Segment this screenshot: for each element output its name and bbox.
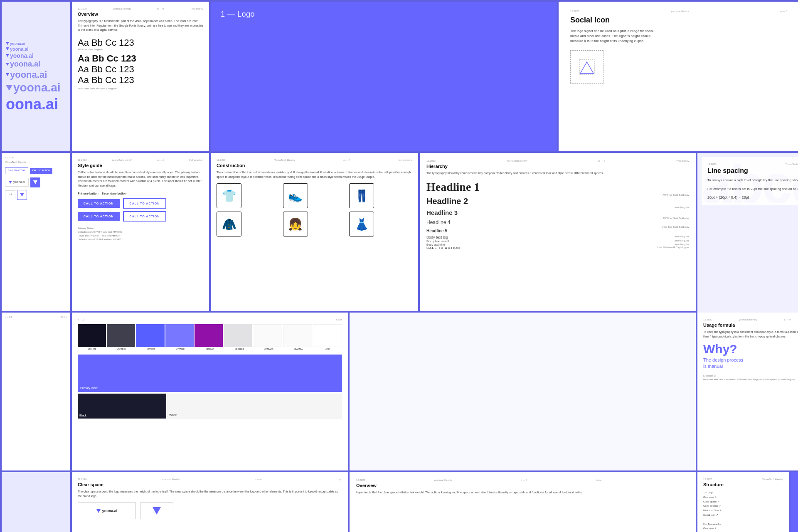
icon-jacket: 🧥 xyxy=(217,212,241,236)
panel-brand-ref: yoona.ai identity xyxy=(113,7,131,10)
font-label-thin: AW Free Serif Regular xyxy=(78,48,203,51)
line-spacing-desc: To always ensure a high level of legibil… xyxy=(707,178,798,183)
uf-date: 12.2020 xyxy=(703,318,712,321)
logo-text-lg: yoona.ai xyxy=(10,60,40,69)
panel-num: p — 9 xyxy=(157,7,164,10)
struct-item-8: Overview ↗ xyxy=(703,526,783,531)
icon-tshirt: 👕 xyxy=(217,183,241,208)
clear-space-diagram-2 xyxy=(140,502,173,519)
cta-secondary-label: Secondary button xyxy=(102,192,127,195)
headline-2-sample: Headline 2 xyxy=(426,196,689,206)
cta-specs: Primary Button: Default color #7777FF an… xyxy=(78,227,203,241)
black-block: Black xyxy=(78,394,166,419)
logo-text-xl: yoona.ai xyxy=(10,69,47,80)
ol-title: Overview xyxy=(356,483,601,488)
panel-usage-formula: 12.2020 yoona.ai Identity p — # Typograp… xyxy=(697,313,798,470)
style-guide-desc: Call to action buttons should be used in… xyxy=(78,170,203,188)
ol-pagenum: p — 4 xyxy=(521,479,527,481)
social-pagenum: p — 8 xyxy=(781,10,787,12)
hier-section: Typography xyxy=(676,160,689,162)
hierarchy-desc: The typography hierarchy combines the ke… xyxy=(426,171,689,176)
body-small-sample: Body text small xyxy=(426,239,449,243)
hierarchy-title: Hierarchy xyxy=(426,164,689,169)
color-pagenum: p – 23 xyxy=(78,318,85,321)
font-sample-regular: Aa Bb Cc 123 xyxy=(78,75,203,86)
cta-primary-btn-2[interactable]: CALL TO ACTION xyxy=(78,212,120,221)
cta-sample: CALL TO ACTION xyxy=(426,246,460,250)
struct-item-6: Social icon ↗ xyxy=(703,513,783,517)
logo-text-xs: yoona.ai xyxy=(10,42,25,46)
struct-item-4: Color options ↗ xyxy=(703,504,783,508)
why-title: Why? xyxy=(703,343,798,355)
hex-7777ff: #7777FF xyxy=(166,348,195,350)
panel-logo-variants: p – 23 Color xyxy=(2,313,70,470)
struct-item-3: Clear space ↗ xyxy=(703,500,783,504)
cta-secondary-btn-2[interactable]: CALL TO ACTION xyxy=(123,211,167,222)
logo-var-row: yoona.ai xyxy=(5,177,67,187)
panel-page-ref: 12.2020 xyxy=(78,7,87,10)
hex-3f3f4e: #3F3F4E xyxy=(107,348,136,350)
logo-text-md: yoona.ai xyxy=(10,52,34,59)
panel-social-icon: 12.2020 yoona.ai identity p — 8 Logo Soc… xyxy=(559,2,798,151)
panel-structure-wrapper: 12.2020 YoonaTech Identity Structure 1— … xyxy=(697,472,798,532)
line-spacing-content: 12.2020 YoonaTech Identity p — 11 Typogr… xyxy=(702,157,798,205)
body-large-sample: Body text big xyxy=(426,235,448,239)
swatch-dark xyxy=(107,324,135,347)
svg-marker-1 xyxy=(580,62,594,74)
ls-date: 12.2020 xyxy=(707,163,717,165)
struct-brand: YoonaTech Identity xyxy=(762,478,783,480)
headline-3-sample: Headline 3 xyxy=(426,209,689,217)
panel-typography-hierarchy: 12.2020 YoonaTech Identity p — # Typogra… xyxy=(420,153,696,311)
swatch-violet2 xyxy=(165,324,194,347)
watermark-logos: yoona.ai yoona.ai yoona.ai yoona.ai yoon… xyxy=(6,42,61,112)
style-guide-title: Style guide xyxy=(78,163,203,168)
line-spacing-example: For example if a text is set in 20pt the… xyxy=(707,187,798,192)
logo-text-2xl: yoona.ai xyxy=(13,81,61,94)
hex-9010a8: #9010A8 xyxy=(196,348,224,350)
overview-description: The typography is a fundamental part of … xyxy=(78,19,203,32)
swatch-lightgray xyxy=(224,324,252,347)
cta-secondary-btn[interactable]: CALL TO ACTION xyxy=(123,198,167,209)
swatch-violet1 xyxy=(136,324,164,347)
struct-item-1: 1— Logo xyxy=(703,490,783,495)
swatch-nearwhite1 xyxy=(253,324,282,347)
const-section: Iconography xyxy=(399,159,412,161)
ref-brand: YoonaTech Identity xyxy=(5,160,67,164)
cta-primary-label: Primary button xyxy=(78,192,99,195)
hex-e2e2e4: #E2E2E4 xyxy=(225,348,254,350)
construction-title: Construction xyxy=(217,163,412,168)
panel-section: Typography xyxy=(190,7,203,10)
headline-1-sample: Headline 1 xyxy=(426,180,689,194)
main-grid: yoona.ai yoona.ai yoona.ai yoona.ai yoon… xyxy=(0,0,798,532)
panel-clear-space: 12.2020 yoona.ai Identity p — # Logo Cle… xyxy=(72,472,348,532)
sg-section: Call to action xyxy=(189,159,203,161)
cs-date: 12.2020 xyxy=(78,478,87,480)
panel-structure-2 xyxy=(791,472,798,532)
social-icon-description: The logo signet can be used as a profile… xyxy=(570,29,662,44)
ls-brand: YoonaTech Identity xyxy=(785,163,798,165)
headline-4-sample: Headline 4 xyxy=(426,219,689,226)
logo-section-title: 1 — Logo xyxy=(221,10,547,19)
panel-typography-overview: 12.2020 yoona.ai identity p — 9 Typograp… xyxy=(72,2,209,151)
primary-violet-label: Primary Violet xyxy=(80,387,98,389)
swatch-black xyxy=(78,324,106,347)
body-small-spec: Inter Regular xyxy=(675,239,689,243)
uf-brand: yoona.ai Identity xyxy=(739,318,757,321)
white-label: White xyxy=(169,414,177,416)
panel-small-ref: 12.2020 YoonaTech Identity CALL TO ACTIO… xyxy=(2,153,70,311)
sg-date: 12.2020 xyxy=(78,159,87,161)
color-section: Color xyxy=(336,318,342,321)
design-process-text: The design processis manual xyxy=(703,357,798,370)
panel-construction: 12.2020 YoonaTech Identity p — # Iconogr… xyxy=(211,153,418,311)
line-spacing-formula: 20pt + (20pt * 0,4) = 28pt xyxy=(707,195,798,200)
cs-brand: yoona.ai Identity xyxy=(162,478,180,480)
struct-item-5: Minimum Size ↗ xyxy=(703,508,783,513)
hier-date: 12.2020 xyxy=(426,160,436,162)
cta-primary-btn[interactable]: CALL TO ACTION xyxy=(78,199,120,208)
usage-formula-desc: To keep the typography in a consistent a… xyxy=(703,330,798,339)
font-sample-bold: Aa Bb Cc 123 xyxy=(78,53,203,64)
panel-line-spacing-empty xyxy=(350,313,696,470)
const-pagenum: p — # xyxy=(343,159,350,161)
sg-brand: YoonaTech Identity xyxy=(111,159,132,161)
uf-pagenum: p — # xyxy=(784,318,791,321)
